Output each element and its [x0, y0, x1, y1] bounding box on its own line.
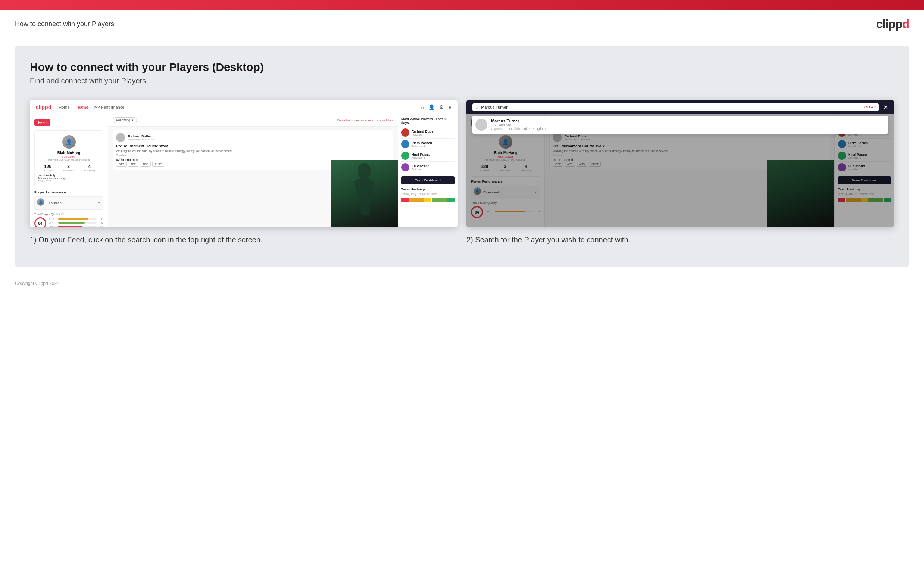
stat-following: 4 Following — [84, 164, 95, 172]
pli-name-3: Hiral Pujara — [412, 153, 430, 156]
search-icon[interactable]: ⌕ — [421, 104, 424, 110]
pli-name-4: Eli Vincent — [412, 164, 429, 168]
user-icon[interactable]: 👤 — [429, 104, 435, 110]
search-result-name: Marcus Turner — [491, 119, 545, 123]
activity-user-row: Richard Butler Yesterday · The Grove — [116, 133, 390, 142]
search-text[interactable]: Marcus Turner — [481, 105, 861, 109]
feed-tab[interactable]: Feed — [34, 120, 50, 126]
la-date: 27 Jul 2022 — [38, 180, 100, 183]
following-text: Following — [116, 119, 130, 122]
app-nav-1: clippd Home Teams My Performance ⌕ 👤 ⚙ ● — [30, 100, 458, 114]
stat-activities-label: Activities — [42, 169, 53, 172]
page-header: How to connect with your Players clippd — [0, 10, 924, 39]
la-label: Latest Activity — [38, 174, 100, 177]
profile-name: Blair McHarg — [38, 151, 100, 155]
stats-bars: OTT 79 APP — [49, 218, 104, 227]
chevron-down-icon: ▾ — [132, 119, 134, 122]
pp-dropdown-icon[interactable]: ▼ — [97, 201, 101, 205]
pli-acts-3: Activities: 3 — [412, 156, 430, 159]
gauge-value: 84 — [38, 221, 42, 226]
copyright-text: Copyright Clippd 2022 — [15, 281, 59, 286]
clear-button[interactable]: CLEAR — [864, 105, 876, 109]
search-overlay: ⌕ Marcus Turner CLEAR ✕ Marcus Turner 1.… — [466, 100, 894, 135]
bar-row-arg: ARG 64 — [49, 225, 104, 227]
gauge-circle: 84 — [34, 217, 46, 227]
left-panel-1: Feed 👤 Blair McHarg Golf Coach Mill Ride… — [30, 114, 108, 227]
stat-followers: 3 Followers — [63, 164, 74, 172]
control-link[interactable]: Control who can see your activity and da… — [337, 119, 393, 122]
nav-teams[interactable]: Teams — [76, 105, 89, 109]
tpq-label: Total Player Quality ⓘ — [34, 212, 104, 216]
pli-info-1: Richard Butler Activities: 7 — [412, 130, 435, 136]
team-heatmap-label: Team Heatmap — [401, 187, 455, 191]
most-active-label: Most Active Players - Last 30 days — [401, 117, 455, 125]
bar-cat-app: APP — [49, 221, 57, 224]
main-content: How to connect with your Players (Deskto… — [15, 46, 909, 267]
pli-info-3: Hiral Pujara Activities: 3 — [412, 153, 430, 159]
latest-activity: Latest Activity Afternoon round of golf … — [38, 174, 100, 183]
bar-fill-app — [58, 222, 85, 224]
stat-following-label: Following — [84, 169, 95, 172]
right-panel-1: Most Active Players - Last 30 days Richa… — [398, 114, 458, 227]
search-input-row[interactable]: ⌕ Marcus Turner CLEAR — [473, 104, 879, 111]
pp-avatar: 👤 — [37, 198, 44, 206]
page-title: How to connect with your Players — [15, 20, 114, 28]
avatar: 👤 — [62, 135, 76, 149]
stat-activities: 129 Activities — [42, 164, 53, 172]
activity-desc: Walking the course with my coach to buil… — [116, 149, 390, 153]
tag-ott: OTT — [116, 162, 126, 167]
pli-name-2: Piers Parnell — [412, 141, 432, 145]
pli-avatar-4 — [401, 163, 409, 171]
bar-fill-ott — [58, 218, 88, 220]
activity-avatar — [116, 133, 125, 142]
bar-fill-arg — [58, 226, 83, 227]
step-description-1: 1) On your Feed, click on the search ico… — [30, 234, 458, 245]
step-description-2: 2) Search for the Player you wish to con… — [466, 234, 894, 245]
player-list-item-4[interactable]: Eli Vincent Activities: 1 — [401, 162, 455, 173]
app-screenshot-1: clippd Home Teams My Performance ⌕ 👤 ⚙ ● — [30, 100, 458, 227]
heatmap-bar — [401, 198, 455, 202]
pp-player-name: Eli Vincent — [47, 201, 95, 205]
pli-acts-4: Activities: 1 — [412, 168, 429, 170]
activity-user-info: Richard Butler Yesterday · The Grove — [128, 135, 154, 141]
hm-seg-5 — [447, 198, 455, 202]
screenshot-block-2: ⌕ Marcus Turner CLEAR ✕ Marcus Turner 1.… — [466, 100, 894, 245]
tag-app: APP — [128, 162, 138, 167]
screenshots-row: clippd Home Teams My Performance ⌕ 👤 ⚙ ● — [30, 100, 894, 245]
pli-avatar-3 — [401, 152, 409, 160]
app-body-1: Feed 👤 Blair McHarg Golf Coach Mill Ride… — [30, 114, 458, 227]
search-result-dropdown: Marcus Turner 1.5 Handicap Cypress Point… — [473, 116, 888, 134]
close-icon[interactable]: ✕ — [884, 104, 888, 111]
player-performance: Player Performance 👤 Eli Vincent ▼ Total… — [34, 190, 104, 227]
player-list-item-2[interactable]: Piers Parnell Activities: 4 — [401, 138, 455, 150]
heatmap-sub: Team Quality · 20 Round Trend — [401, 193, 455, 195]
team-dashboard-btn[interactable]: Team Dashboard — [401, 176, 455, 185]
app-screenshot-2: ⌕ Marcus Turner CLEAR ✕ Marcus Turner 1.… — [466, 100, 894, 227]
player-list-item-1[interactable]: Richard Butler Activities: 7 — [401, 127, 455, 138]
player-list-item-3[interactable]: Hiral Pujara Activities: 3 — [401, 150, 455, 162]
search-bar-overlay: ⌕ Marcus Turner CLEAR ✕ — [466, 100, 894, 114]
search-result-item[interactable]: Marcus Turner 1.5 Handicap Cypress Point… — [476, 119, 885, 131]
pp-player-row[interactable]: 👤 Eli Vincent ▼ — [34, 196, 104, 210]
bar-val-app: 70 — [97, 221, 104, 224]
pp-label: Player Performance — [34, 190, 104, 194]
search-result-info: Marcus Turner 1.5 Handicap Cypress Point… — [491, 119, 545, 131]
main-title: How to connect with your Players (Deskto… — [30, 61, 894, 73]
search-result-sub1: 1.5 Handicap — [491, 123, 545, 127]
top-bar — [0, 0, 924, 10]
nav-my-performance[interactable]: My Performance — [94, 105, 125, 109]
nav-home[interactable]: Home — [58, 105, 70, 109]
bar-row-app: APP 70 — [49, 221, 104, 224]
avatar-icon[interactable]: ● — [448, 104, 451, 110]
bar-val-ott: 79 — [97, 218, 104, 220]
tag-putt: PUTT — [152, 162, 164, 167]
following-btn[interactable]: Following ▾ — [113, 117, 137, 123]
hm-seg-4 — [432, 198, 447, 202]
profile-role: Golf Coach — [38, 155, 100, 158]
search-icon-overlay: ⌕ — [476, 104, 478, 110]
info-icon: ⓘ — [61, 212, 64, 216]
logo-accent: d — [902, 17, 909, 31]
pli-info-2: Piers Parnell Activities: 4 — [412, 141, 432, 148]
bar-track-ott — [58, 218, 96, 220]
settings-icon[interactable]: ⚙ — [439, 104, 444, 110]
